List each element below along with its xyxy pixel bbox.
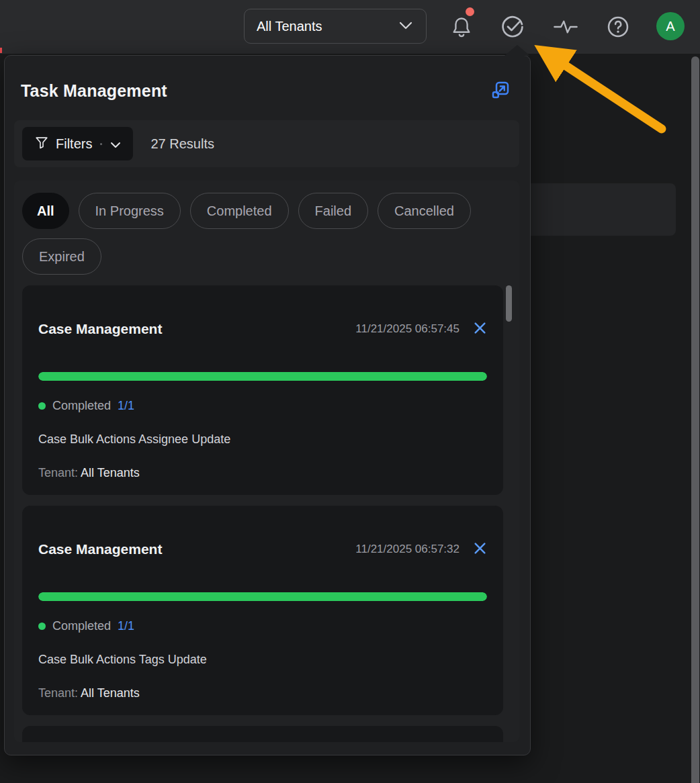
status-label: Completed [52,619,111,633]
status-filter-chips: All In Progress Completed Failed Cancell… [22,193,492,275]
user-avatar[interactable]: A [656,12,685,40]
activity-button[interactable] [551,0,580,54]
separator-dot [100,143,102,145]
task-timestamp: 11/21/2025 06:57:32 [355,543,460,556]
task-description: Case Bulk Actions Tags Update [38,651,487,667]
status-dot [38,623,46,630]
task-list-scrollbar[interactable] [506,285,512,322]
progress-bar [38,372,487,381]
task-card: Case Management 11/21/2025 06:57:45 Comp… [22,285,503,495]
panel-header: Task Management [5,56,530,101]
progress-count: 1/1 [118,619,134,633]
task-title: Case Management [38,541,162,557]
task-description: Case Bulk Actions Assignee Update [38,431,487,447]
tenant-selector-value: All Tenants [257,19,322,34]
avatar-initial: A [666,19,674,34]
chevron-down-icon [110,136,121,152]
filter-bar: Filters 27 Results [14,120,519,167]
progress-count: 1/1 [118,399,134,413]
expand-panel-button[interactable] [490,80,511,101]
status-dot [38,402,46,410]
help-button[interactable] [603,0,633,54]
tenant-label: Tenant: [38,466,81,479]
task-card: Case Management 11/21/2025 06:57:32 Comp… [22,506,503,715]
expand-icon [490,80,511,102]
popover-caret [505,45,530,56]
tenant-label: Tenant: [38,686,81,700]
chip-expired[interactable]: Expired [22,238,101,275]
tenant-selector[interactable]: All Tenants [244,9,427,44]
chevron-down-icon [399,20,412,32]
status-label: Completed [52,399,111,413]
tenant-value: All Tenants [81,686,140,700]
task-management-panel: Task Management Filters 2 [4,55,531,755]
notification-badge [466,7,474,16]
close-icon [473,321,487,337]
close-icon [473,541,487,557]
task-list-container: All In Progress Completed Failed Cancell… [14,181,519,742]
check-circle-icon [500,14,525,40]
chip-cancelled[interactable]: Cancelled [378,193,471,229]
chip-failed[interactable]: Failed [298,193,368,229]
task-card-partial [22,726,503,742]
results-count: 27 Results [150,136,214,152]
page-scrollbar[interactable] [691,56,699,783]
filters-button[interactable]: Filters [22,127,133,160]
tenant-value: All Tenants [81,466,140,479]
dismiss-task-button[interactable] [472,322,487,336]
task-timestamp: 11/21/2025 06:57:45 [355,322,460,336]
chip-completed[interactable]: Completed [190,193,289,229]
progress-bar [38,592,487,601]
chip-in-progress[interactable]: In Progress [79,193,181,229]
funnel-icon [34,135,49,153]
panel-title: Task Management [21,81,167,101]
bell-icon [450,15,473,39]
task-title: Case Management [38,321,162,337]
topbar: All Tenants [0,0,700,54]
filters-button-label: Filters [56,136,92,152]
question-circle-icon [606,15,630,39]
notifications-button[interactable] [447,0,476,54]
background-red-indicator [0,48,2,53]
chip-all[interactable]: All [22,193,69,229]
task-cards: Case Management 11/21/2025 06:57:45 Comp… [22,285,511,742]
pulse-icon [554,17,578,37]
dismiss-task-button[interactable] [472,542,487,557]
